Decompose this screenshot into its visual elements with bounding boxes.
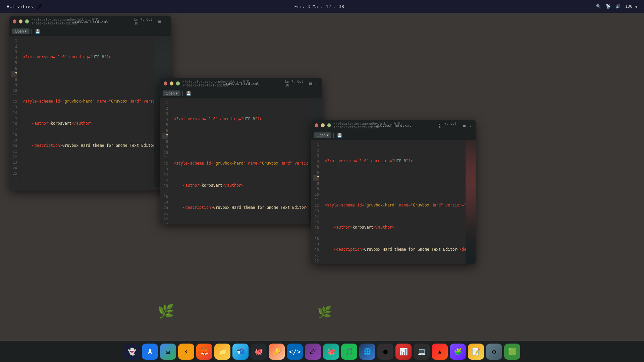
close-button-2[interactable] <box>164 81 167 85</box>
window-title-1: gruvbox-hard.xml <box>72 19 108 24</box>
minimap-3 <box>466 140 476 264</box>
dock-thunder[interactable]: ⚡ <box>178 344 194 360</box>
wifi-icon[interactable]: 📡 <box>606 4 611 9</box>
window-title-3: gruvbox-hard.xml <box>376 123 411 128</box>
toolbar-2: Open ▾ 💾 <box>160 89 322 98</box>
dock-alacritty[interactable]: ▲ <box>432 344 448 360</box>
top-bar-clock: Fri. 3 Mar. 12 . 38 <box>294 4 344 9</box>
top-bar-left: Activities 🖊 <box>7 3 42 10</box>
dock-obs[interactable]: ⏺ <box>377 344 393 360</box>
taskbar: 👻 A ✉️ ⚡ 🦊 📁 📬 🐙 🔑 </> 🖊 🐙 🎵 🌐 ⏺ 📊 <box>0 341 644 362</box>
editor-content-2: 12345 678910 1112131415 1617181920 21222… <box>160 98 322 222</box>
close-button-1[interactable] <box>13 19 16 23</box>
search-icon[interactable]: 🔍 <box>596 4 601 9</box>
plant-decoration-1: 🌿 <box>158 303 174 319</box>
top-bar: Activities 🖊 Fri. 3 Mar. 12 . 38 🔍 📡 🔊 1… <box>0 0 644 13</box>
dots-icon-2[interactable]: ⋮ <box>315 81 319 86</box>
dock-puzzle[interactable]: 🧩 <box>450 344 466 360</box>
dock-firefox[interactable]: 🦊 <box>196 344 212 360</box>
dock-spotify[interactable]: 🎵 <box>341 344 357 360</box>
dock-github[interactable]: 🐙 <box>251 344 267 360</box>
maximize-button-1[interactable] <box>25 19 29 23</box>
sep-1 <box>32 29 32 34</box>
editor-window-2: gruvbox-hard.xml ~/⊘fausto/dev/gnomeDev/… <box>160 78 322 224</box>
code-area-2[interactable]: <?xml version="1.0" encoding="UTF-8"?> <… <box>171 98 309 222</box>
minimize-button-2[interactable] <box>170 81 174 85</box>
dock-gitkraken[interactable]: 🐙 <box>323 344 339 360</box>
desktop: gruvbox-hard.xml ~/⊘fausto/dev/gnomeDev/… <box>0 13 644 341</box>
dots-icon-1[interactable]: ⋮ <box>164 19 168 24</box>
dock-files[interactable]: 📁 <box>214 344 230 360</box>
editor-window-1: gruvbox-hard.xml ~/⊘fausto/dev/gnomeDev/… <box>9 16 171 190</box>
dock-pen[interactable]: 🖊 <box>305 344 321 360</box>
editor-content-3: 12345 678910 1112131415 1617181920 21222… <box>311 140 476 264</box>
save-icon-2[interactable]: 💾 <box>185 90 193 97</box>
dock-vscode[interactable]: </> <box>287 344 303 360</box>
dock-waveform[interactable]: 📊 <box>395 344 412 360</box>
maximize-button-2[interactable] <box>176 81 180 85</box>
toolbar-3: Open ▾ 💾 <box>311 131 476 140</box>
code-area-1[interactable]: <?xml version="1.0" encoding="UTF-8"?> <… <box>20 36 154 187</box>
activities-button[interactable]: Activities <box>7 4 33 9</box>
window-pos-3: Ln 7, Col 18 <box>438 122 460 129</box>
window-pos-2: Ln 7, Col 10 <box>285 80 306 87</box>
code-area-3[interactable]: <?xml version="1.0" encoding="UTF-8"?> <… <box>322 140 466 264</box>
open-button-1[interactable]: Open ▾ <box>12 28 30 34</box>
save-icon-3[interactable]: 💾 <box>336 132 343 138</box>
sep-3 <box>333 133 334 138</box>
menu-icon-1[interactable]: ☰ <box>158 19 161 24</box>
dock-terminal[interactable]: 💻 <box>414 344 430 360</box>
dock-keybase[interactable]: 🔑 <box>269 344 285 360</box>
top-bar-right: 🔍 📡 🔊 100 % <box>596 4 637 9</box>
menu-icon-3[interactable]: ☰ <box>463 123 466 128</box>
open-button-2[interactable]: Open ▾ <box>163 90 180 96</box>
editor-window-3: gruvbox-hard.xml ~/⊘fausto/dev/gnomeDev/… <box>311 120 476 264</box>
dock-mail[interactable]: ✉️ <box>160 344 176 360</box>
line-numbers-1: 12345 678910 1112131415 1617181920 21222… <box>9 36 20 187</box>
line-numbers-3: 12345 678910 1112131415 1617181920 21222… <box>311 140 322 264</box>
minimize-button-1[interactable] <box>19 19 23 23</box>
dock-ghostty[interactable]: 👻 <box>124 344 140 360</box>
dock-settings[interactable]: ⚙️ <box>486 344 502 360</box>
dots-icon-3[interactable]: ⋮ <box>469 123 472 128</box>
titlebar-2: gruvbox-hard.xml ~/⊘fausto/dev/gnomeDev/… <box>160 78 322 89</box>
menu-icon-2[interactable]: ☰ <box>309 81 312 86</box>
plant-decoration-2: 🌿 <box>317 305 332 319</box>
dock-kmail[interactable]: 📬 <box>232 344 249 360</box>
titlebar-1: gruvbox-hard.xml ~/⊘fausto/dev/gnomeDev/… <box>9 16 171 27</box>
window-pos-1: Ln 7, Col 18 <box>134 18 155 25</box>
dock-appstore[interactable]: A <box>142 344 158 360</box>
editor-content-1: 12345 678910 1112131415 1617181920 21222… <box>9 36 171 187</box>
dock-extension[interactable]: 🟩 <box>504 344 520 360</box>
volume-icon[interactable]: 🔊 <box>615 4 621 9</box>
toolbar-1: Open ▾ 💾 <box>9 27 171 36</box>
save-icon-1[interactable]: 💾 <box>34 28 42 35</box>
app-icon: 🖊 <box>37 3 42 10</box>
maximize-button-3[interactable] <box>327 123 331 127</box>
battery-status[interactable]: 100 % <box>625 4 637 9</box>
open-button-3[interactable]: Open ▾ <box>314 132 331 138</box>
window-title-2: gruvbox-hard.xml <box>223 81 259 86</box>
dock-kde[interactable]: 🌐 <box>359 344 375 360</box>
line-numbers-2: 12345 678910 1112131415 1617181920 21222… <box>160 98 171 222</box>
close-button-3[interactable] <box>315 123 318 127</box>
sep-2 <box>182 91 183 96</box>
dock-text-editor[interactable]: 📝 <box>468 344 484 360</box>
titlebar-3: gruvbox-hard.xml ~/⊘fausto/dev/gnomeDev/… <box>311 120 476 131</box>
minimize-button-3[interactable] <box>321 123 325 127</box>
